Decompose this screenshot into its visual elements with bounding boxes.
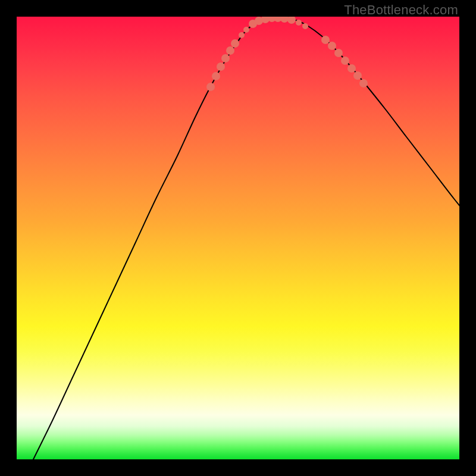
chart-frame: TheBottleneck.com [0, 0, 476, 476]
highlight-marker [347, 64, 356, 73]
highlight-markers [206, 17, 368, 91]
highlight-marker [287, 17, 296, 24]
highlight-marker [226, 46, 234, 55]
bottleneck-curve [33, 18, 459, 459]
highlight-marker [296, 20, 302, 26]
highlight-marker [206, 83, 215, 91]
highlight-marker [212, 72, 220, 80]
highlight-marker [341, 57, 349, 65]
highlight-marker [221, 54, 230, 62]
highlight-marker [243, 27, 249, 33]
watermark-text: TheBottleneck.com [344, 2, 458, 18]
highlight-marker [217, 62, 225, 71]
highlight-marker [328, 42, 336, 50]
highlight-marker [353, 71, 362, 80]
highlight-marker [302, 23, 308, 29]
highlight-marker [239, 32, 245, 38]
highlight-marker [231, 39, 239, 48]
chart-svg [17, 17, 459, 459]
highlight-marker [280, 17, 289, 23]
highlight-marker [334, 49, 343, 57]
highlight-marker [321, 36, 330, 44]
plot-area [17, 17, 459, 459]
highlight-marker [359, 79, 368, 87]
